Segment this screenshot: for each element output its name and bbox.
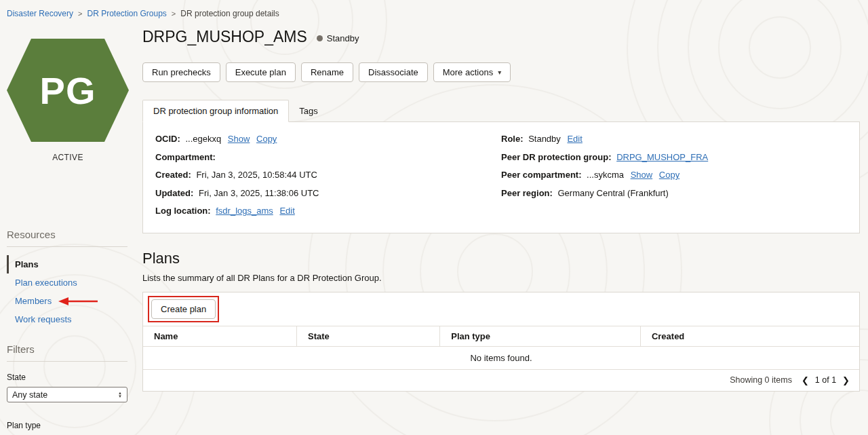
ocid-show-link[interactable]: Show: [228, 134, 250, 144]
sidebar-item-label: Members: [15, 296, 52, 306]
peer-compartment-show-link[interactable]: Show: [631, 170, 653, 180]
tab-tags[interactable]: Tags: [289, 100, 328, 121]
main-content: DRPG_MUSHOP_AMS Standby Run prechecks Ex…: [142, 22, 860, 435]
plans-section-title: Plans: [142, 250, 860, 267]
more-actions-button[interactable]: More actions ▾: [433, 62, 511, 82]
sidebar-item-plans[interactable]: Plans: [7, 255, 136, 273]
caret-down-icon: ▾: [498, 69, 501, 76]
resources-title: Resources: [7, 229, 136, 240]
state-filter-value: Any state: [12, 390, 47, 400]
log-location-edit-link[interactable]: Edit: [279, 206, 294, 216]
create-plan-button[interactable]: Create plan: [151, 299, 216, 319]
filters-section: Filters State Any state ▲ ▼ Plan type: [7, 343, 136, 435]
sidebar-item-label: Plan executions: [15, 278, 77, 288]
sidebar-item-label: Work requests: [15, 314, 72, 324]
info-label: Peer DR protection group:: [501, 152, 612, 162]
sidebar: PG ACTIVE Resources Plans Plan execution…: [7, 22, 136, 435]
info-value: ...egekxq: [185, 134, 221, 144]
info-row-created: Created: Fri, Jan 3, 2025, 10:58:44 UTC: [155, 169, 501, 181]
run-prechecks-button[interactable]: Run prechecks: [142, 62, 220, 82]
info-row-ocid: OCID: ...egekxq Show Copy: [155, 133, 501, 145]
plans-section-description: Lists the summary of all DR Plans for a …: [142, 273, 860, 283]
action-buttons: Run prechecks Execute plan Rename Disass…: [142, 62, 860, 82]
tab-dr-protection-group-information[interactable]: DR protection group information: [142, 100, 289, 122]
plan-type-filter-label: Plan type: [7, 421, 136, 430]
divider: [7, 246, 127, 247]
column-header-state[interactable]: State: [297, 326, 440, 346]
resources-section: Resources Plans Plan executions Members: [7, 229, 136, 328]
info-label: Log location:: [155, 206, 211, 216]
info-value: ...sykcma: [587, 170, 624, 180]
sidebar-item-work-requests[interactable]: Work requests: [7, 310, 136, 328]
tab-bar: DR protection group information Tags: [142, 100, 860, 121]
breadcrumb-separator: >: [172, 10, 176, 18]
pg-hexagon-icon: PG: [7, 39, 129, 142]
execute-plan-button[interactable]: Execute plan: [226, 62, 296, 82]
next-page-icon[interactable]: ❯: [842, 375, 850, 385]
pg-icon-label: PG: [40, 69, 96, 113]
info-value: Standby: [528, 134, 561, 144]
state-filter-select[interactable]: Any state ▲ ▼: [7, 387, 127, 402]
info-value: Fri, Jan 3, 2025, 11:38:06 UTC: [199, 188, 319, 198]
info-value: Germany Central (Frankfurt): [557, 188, 668, 198]
info-label: Updated:: [155, 188, 193, 198]
page-title: DRPG_MUSHOP_AMS: [142, 28, 307, 46]
column-header-name[interactable]: Name: [143, 326, 297, 346]
status-dot-icon: [317, 35, 323, 41]
entity-status-active: ACTIVE: [7, 153, 129, 162]
status-badge: Standby: [317, 33, 359, 43]
info-row-peer-region: Peer region: Germany Central (Frankfurt): [501, 187, 847, 200]
info-label: OCID:: [155, 134, 180, 144]
plans-panel: Create plan Name State Plan type Created…: [142, 292, 860, 392]
column-header-created[interactable]: Created: [641, 326, 859, 346]
state-filter-label: State: [7, 373, 136, 382]
info-label: Peer region:: [501, 188, 553, 198]
divider: [7, 361, 127, 362]
info-row-log-location: Log location: fsdr_logs_ams Edit: [155, 205, 501, 217]
ocid-copy-link[interactable]: Copy: [256, 134, 277, 144]
info-label: Created:: [155, 170, 191, 180]
breadcrumb: Disaster Recovery > DR Protection Groups…: [7, 0, 868, 22]
peer-dr-protection-group-link[interactable]: DRPG_MUSHOP_FRA: [616, 152, 708, 162]
page-indicator: 1 of 1: [815, 375, 836, 385]
role-edit-link[interactable]: Edit: [567, 134, 582, 144]
sidebar-item-label: Plans: [15, 259, 39, 269]
info-row-peer-dr-protection-group: Peer DR protection group: DRPG_MUSHOP_FR…: [501, 151, 847, 164]
info-value: Fri, Jan 3, 2025, 10:58:44 UTC: [196, 170, 317, 180]
column-header-plan-type[interactable]: Plan type: [440, 326, 641, 346]
showing-items-count: Showing 0 items: [730, 375, 792, 385]
info-row-role: Role: Standby Edit: [501, 133, 847, 145]
breadcrumb-dr-protection-groups[interactable]: DR Protection Groups: [87, 9, 166, 18]
info-label: Peer compartment:: [501, 170, 581, 180]
sidebar-item-plan-executions[interactable]: Plan executions: [7, 273, 136, 292]
peer-compartment-copy-link[interactable]: Copy: [659, 170, 679, 180]
previous-page-icon[interactable]: ❮: [802, 375, 809, 385]
more-actions-label: More actions: [443, 67, 493, 77]
log-location-link[interactable]: fsdr_logs_ams: [216, 206, 273, 216]
breadcrumb-disaster-recovery[interactable]: Disaster Recovery: [7, 9, 73, 18]
breadcrumb-separator: >: [78, 10, 82, 18]
plans-table-header: Name State Plan type Created: [143, 326, 859, 346]
dr-protection-group-information-panel: OCID: ...egekxq Show Copy Compartment: C…: [142, 121, 860, 233]
annotation-arrow-members: [57, 297, 100, 306]
sidebar-item-members[interactable]: Members: [7, 292, 136, 310]
plans-table-footer: Showing 0 items ❮ 1 of 1 ❯: [143, 369, 859, 391]
disassociate-button[interactable]: Disassociate: [359, 62, 428, 82]
info-row-compartment: Compartment:: [155, 151, 501, 164]
status-text: Standby: [327, 33, 359, 43]
info-row-peer-compartment: Peer compartment: ...sykcma Show Copy: [501, 169, 847, 181]
select-updown-icon: ▲ ▼: [118, 392, 122, 398]
filters-title: Filters: [7, 343, 136, 355]
page: Disaster Recovery > DR Protection Groups…: [0, 0, 868, 435]
info-row-updated: Updated: Fri, Jan 3, 2025, 11:38:06 UTC: [155, 187, 501, 200]
info-label: Compartment:: [155, 152, 216, 162]
rename-button[interactable]: Rename: [301, 62, 353, 82]
info-label: Role:: [501, 134, 524, 144]
breadcrumb-current-page: DR protection group details: [180, 9, 279, 18]
empty-state-message: No items found.: [143, 346, 859, 369]
